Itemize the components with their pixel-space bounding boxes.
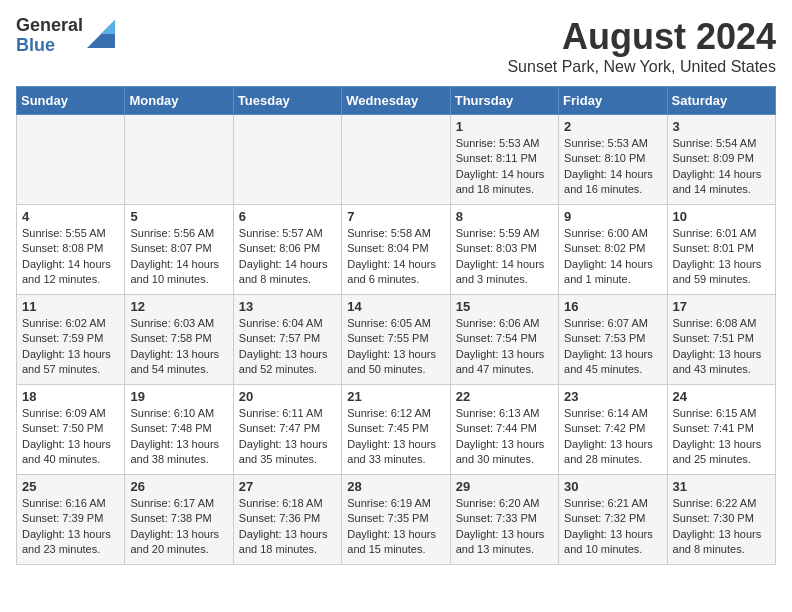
- day-number: 21: [347, 389, 444, 404]
- day-info: Sunrise: 6:21 AM Sunset: 7:32 PM Dayligh…: [564, 496, 661, 558]
- day-info: Sunrise: 6:12 AM Sunset: 7:45 PM Dayligh…: [347, 406, 444, 468]
- header-sunday: Sunday: [17, 87, 125, 115]
- day-info: Sunrise: 6:00 AM Sunset: 8:02 PM Dayligh…: [564, 226, 661, 288]
- calendar-cell: 19Sunrise: 6:10 AM Sunset: 7:48 PM Dayli…: [125, 385, 233, 475]
- header-tuesday: Tuesday: [233, 87, 341, 115]
- day-number: 29: [456, 479, 553, 494]
- calendar-cell: 6Sunrise: 5:57 AM Sunset: 8:06 PM Daylig…: [233, 205, 341, 295]
- calendar-week-2: 4Sunrise: 5:55 AM Sunset: 8:08 PM Daylig…: [17, 205, 776, 295]
- day-info: Sunrise: 6:02 AM Sunset: 7:59 PM Dayligh…: [22, 316, 119, 378]
- calendar-cell: 22Sunrise: 6:13 AM Sunset: 7:44 PM Dayli…: [450, 385, 558, 475]
- day-number: 1: [456, 119, 553, 134]
- calendar-cell: 12Sunrise: 6:03 AM Sunset: 7:58 PM Dayli…: [125, 295, 233, 385]
- logo-icon: [87, 20, 115, 48]
- day-info: Sunrise: 6:14 AM Sunset: 7:42 PM Dayligh…: [564, 406, 661, 468]
- day-number: 7: [347, 209, 444, 224]
- calendar-cell: [17, 115, 125, 205]
- calendar-cell: 18Sunrise: 6:09 AM Sunset: 7:50 PM Dayli…: [17, 385, 125, 475]
- day-info: Sunrise: 6:15 AM Sunset: 7:41 PM Dayligh…: [673, 406, 770, 468]
- day-info: Sunrise: 6:07 AM Sunset: 7:53 PM Dayligh…: [564, 316, 661, 378]
- calendar-cell: 21Sunrise: 6:12 AM Sunset: 7:45 PM Dayli…: [342, 385, 450, 475]
- calendar-cell: 2Sunrise: 5:53 AM Sunset: 8:10 PM Daylig…: [559, 115, 667, 205]
- calendar-week-3: 11Sunrise: 6:02 AM Sunset: 7:59 PM Dayli…: [17, 295, 776, 385]
- day-info: Sunrise: 5:53 AM Sunset: 8:10 PM Dayligh…: [564, 136, 661, 198]
- calendar-cell: 11Sunrise: 6:02 AM Sunset: 7:59 PM Dayli…: [17, 295, 125, 385]
- svg-marker-1: [101, 20, 115, 34]
- logo-general-text: General: [16, 16, 83, 36]
- calendar-cell: 8Sunrise: 5:59 AM Sunset: 8:03 PM Daylig…: [450, 205, 558, 295]
- header-wednesday: Wednesday: [342, 87, 450, 115]
- day-number: 31: [673, 479, 770, 494]
- day-info: Sunrise: 5:53 AM Sunset: 8:11 PM Dayligh…: [456, 136, 553, 198]
- calendar-cell: 14Sunrise: 6:05 AM Sunset: 7:55 PM Dayli…: [342, 295, 450, 385]
- day-info: Sunrise: 6:06 AM Sunset: 7:54 PM Dayligh…: [456, 316, 553, 378]
- day-number: 11: [22, 299, 119, 314]
- calendar-title: August 2024: [507, 16, 776, 58]
- day-number: 19: [130, 389, 227, 404]
- calendar-cell: 3Sunrise: 5:54 AM Sunset: 8:09 PM Daylig…: [667, 115, 775, 205]
- day-number: 25: [22, 479, 119, 494]
- day-number: 24: [673, 389, 770, 404]
- calendar-cell: 26Sunrise: 6:17 AM Sunset: 7:38 PM Dayli…: [125, 475, 233, 565]
- day-info: Sunrise: 6:18 AM Sunset: 7:36 PM Dayligh…: [239, 496, 336, 558]
- calendar-cell: 27Sunrise: 6:18 AM Sunset: 7:36 PM Dayli…: [233, 475, 341, 565]
- calendar-cell: 10Sunrise: 6:01 AM Sunset: 8:01 PM Dayli…: [667, 205, 775, 295]
- calendar-cell: 24Sunrise: 6:15 AM Sunset: 7:41 PM Dayli…: [667, 385, 775, 475]
- day-number: 12: [130, 299, 227, 314]
- day-number: 20: [239, 389, 336, 404]
- calendar-cell: 13Sunrise: 6:04 AM Sunset: 7:57 PM Dayli…: [233, 295, 341, 385]
- calendar-cell: 20Sunrise: 6:11 AM Sunset: 7:47 PM Dayli…: [233, 385, 341, 475]
- day-info: Sunrise: 5:56 AM Sunset: 8:07 PM Dayligh…: [130, 226, 227, 288]
- logo-blue-text: Blue: [16, 36, 83, 56]
- day-info: Sunrise: 6:10 AM Sunset: 7:48 PM Dayligh…: [130, 406, 227, 468]
- calendar-cell: 15Sunrise: 6:06 AM Sunset: 7:54 PM Dayli…: [450, 295, 558, 385]
- day-number: 28: [347, 479, 444, 494]
- calendar-week-5: 25Sunrise: 6:16 AM Sunset: 7:39 PM Dayli…: [17, 475, 776, 565]
- day-number: 9: [564, 209, 661, 224]
- day-info: Sunrise: 5:59 AM Sunset: 8:03 PM Dayligh…: [456, 226, 553, 288]
- day-info: Sunrise: 6:13 AM Sunset: 7:44 PM Dayligh…: [456, 406, 553, 468]
- day-number: 14: [347, 299, 444, 314]
- day-info: Sunrise: 6:19 AM Sunset: 7:35 PM Dayligh…: [347, 496, 444, 558]
- day-info: Sunrise: 6:09 AM Sunset: 7:50 PM Dayligh…: [22, 406, 119, 468]
- day-number: 13: [239, 299, 336, 314]
- day-number: 4: [22, 209, 119, 224]
- calendar-cell: 30Sunrise: 6:21 AM Sunset: 7:32 PM Dayli…: [559, 475, 667, 565]
- calendar-cell: 1Sunrise: 5:53 AM Sunset: 8:11 PM Daylig…: [450, 115, 558, 205]
- calendar-cell: 17Sunrise: 6:08 AM Sunset: 7:51 PM Dayli…: [667, 295, 775, 385]
- calendar-cell: 16Sunrise: 6:07 AM Sunset: 7:53 PM Dayli…: [559, 295, 667, 385]
- header-saturday: Saturday: [667, 87, 775, 115]
- day-number: 18: [22, 389, 119, 404]
- day-number: 2: [564, 119, 661, 134]
- calendar-cell: 4Sunrise: 5:55 AM Sunset: 8:08 PM Daylig…: [17, 205, 125, 295]
- calendar-cell: 7Sunrise: 5:58 AM Sunset: 8:04 PM Daylig…: [342, 205, 450, 295]
- calendar-cell: 28Sunrise: 6:19 AM Sunset: 7:35 PM Dayli…: [342, 475, 450, 565]
- day-number: 10: [673, 209, 770, 224]
- calendar-week-1: 1Sunrise: 5:53 AM Sunset: 8:11 PM Daylig…: [17, 115, 776, 205]
- calendar-body: 1Sunrise: 5:53 AM Sunset: 8:11 PM Daylig…: [17, 115, 776, 565]
- day-number: 23: [564, 389, 661, 404]
- day-info: Sunrise: 6:04 AM Sunset: 7:57 PM Dayligh…: [239, 316, 336, 378]
- day-number: 17: [673, 299, 770, 314]
- day-number: 6: [239, 209, 336, 224]
- calendar-week-4: 18Sunrise: 6:09 AM Sunset: 7:50 PM Dayli…: [17, 385, 776, 475]
- header-monday: Monday: [125, 87, 233, 115]
- day-info: Sunrise: 6:11 AM Sunset: 7:47 PM Dayligh…: [239, 406, 336, 468]
- calendar-cell: 29Sunrise: 6:20 AM Sunset: 7:33 PM Dayli…: [450, 475, 558, 565]
- day-number: 16: [564, 299, 661, 314]
- title-area: August 2024 Sunset Park, New York, Unite…: [507, 16, 776, 76]
- logo: General Blue: [16, 16, 115, 56]
- header-friday: Friday: [559, 87, 667, 115]
- day-info: Sunrise: 6:16 AM Sunset: 7:39 PM Dayligh…: [22, 496, 119, 558]
- day-number: 5: [130, 209, 227, 224]
- day-info: Sunrise: 6:08 AM Sunset: 7:51 PM Dayligh…: [673, 316, 770, 378]
- day-info: Sunrise: 6:22 AM Sunset: 7:30 PM Dayligh…: [673, 496, 770, 558]
- day-info: Sunrise: 6:01 AM Sunset: 8:01 PM Dayligh…: [673, 226, 770, 288]
- day-info: Sunrise: 5:58 AM Sunset: 8:04 PM Dayligh…: [347, 226, 444, 288]
- calendar-cell: [342, 115, 450, 205]
- header-row: Sunday Monday Tuesday Wednesday Thursday…: [17, 87, 776, 115]
- calendar-cell: 31Sunrise: 6:22 AM Sunset: 7:30 PM Dayli…: [667, 475, 775, 565]
- calendar-location: Sunset Park, New York, United States: [507, 58, 776, 76]
- day-info: Sunrise: 6:17 AM Sunset: 7:38 PM Dayligh…: [130, 496, 227, 558]
- day-number: 8: [456, 209, 553, 224]
